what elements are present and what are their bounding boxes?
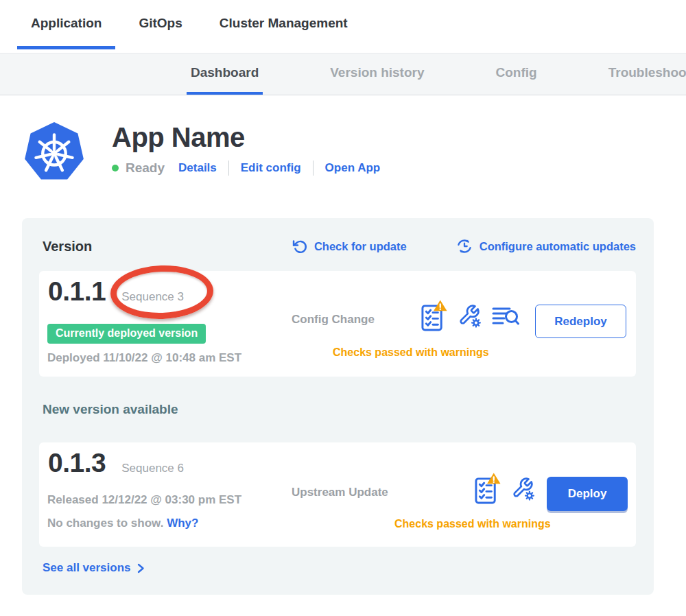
tab-config[interactable]: Config — [492, 54, 541, 95]
app-sub-nav: Dashboard Version history Config Trouble… — [0, 53, 686, 95]
tab-dashboard[interactable]: Dashboard — [187, 54, 263, 95]
redeploy-button[interactable]: Redeploy — [535, 305, 626, 338]
divider — [228, 161, 229, 176]
available-version-line: 0.1.3 Sequence 6 — [48, 448, 184, 478]
released-timestamp: Released 12/12/22 @ 03:30 pm EST — [47, 493, 241, 507]
tab-troubleshoot[interactable]: Troubleshoot — [604, 54, 686, 95]
app-header: App Name Ready Details Edit config Open … — [24, 121, 686, 184]
no-changes-text: No changes to show. Why? — [47, 517, 198, 530]
currently-deployed-badge: Currently deployed version — [47, 324, 206, 344]
edit-config-wrench-gear-icon[interactable] — [511, 475, 535, 502]
version-card: Version Check for update Configure autom… — [22, 218, 654, 595]
current-version-icons — [421, 300, 519, 332]
current-version-line: 0.1.1 Sequence 3 — [48, 276, 184, 307]
ready-status-dot-icon — [112, 165, 119, 171]
see-all-versions-label: See all versions — [43, 561, 131, 575]
tab-version-history[interactable]: Version history — [326, 54, 428, 95]
no-changes-label: No changes to show. — [47, 517, 163, 530]
app-status-row: Ready Details Edit config Open App — [112, 161, 380, 176]
see-all-versions-link[interactable]: See all versions — [43, 561, 145, 575]
deploy-button[interactable]: Deploy — [547, 477, 628, 511]
status-badge: Ready — [126, 161, 165, 176]
configure-automatic-updates-label: Configure automatic updates — [480, 240, 636, 253]
view-diff-lines-magnifier-icon[interactable] — [492, 305, 519, 328]
kubernetes-logo-icon — [24, 121, 84, 184]
available-checks-status: Checks passed with warnings — [394, 518, 551, 530]
edit-config-link[interactable]: Edit config — [241, 161, 301, 175]
tab-application[interactable]: Application — [17, 0, 115, 49]
refresh-icon[interactable] — [292, 239, 307, 254]
open-app-link[interactable]: Open App — [325, 161, 381, 175]
check-for-update-link[interactable]: Check for update — [292, 238, 407, 254]
version-section-title: Version — [43, 239, 92, 254]
edit-config-wrench-gear-icon[interactable] — [458, 303, 482, 329]
divider — [313, 161, 314, 176]
page-title: App Name — [112, 123, 380, 152]
current-sequence-label: Sequence 3 — [121, 290, 184, 304]
tab-gitops[interactable]: GitOps — [125, 0, 196, 49]
configure-automatic-updates-link[interactable]: Configure automatic updates — [456, 238, 636, 254]
available-source-label: Upstream Update — [292, 486, 388, 499]
current-version-number: 0.1.1 — [48, 276, 106, 307]
available-version-row: 0.1.3 Sequence 6 Released 12/12/22 @ 03:… — [39, 442, 636, 547]
new-version-available-heading: New version available — [43, 402, 178, 417]
current-version-row: 0.1.1 Sequence 3 Currently deployed vers… — [39, 271, 636, 377]
auto-update-clock-icon[interactable] — [456, 238, 473, 254]
chevron-right-icon — [137, 563, 145, 573]
current-source-label: Config Change — [292, 313, 375, 327]
version-actions: Check for update Configure automatic upd… — [292, 238, 636, 254]
preflight-checks-warning-icon[interactable] — [474, 473, 501, 505]
preflight-checks-warning-icon[interactable] — [421, 300, 447, 332]
details-link[interactable]: Details — [178, 161, 217, 175]
check-for-update-label: Check for update — [314, 240, 407, 253]
current-checks-status: Checks passed with warnings — [333, 346, 489, 359]
available-sequence-label: Sequence 6 — [121, 462, 184, 475]
deployed-timestamp: Deployed 11/10/22 @ 10:48 am EST — [47, 351, 241, 365]
available-version-icons — [474, 473, 535, 505]
primary-nav: Application GitOps Cluster Management — [0, 0, 686, 49]
tab-cluster-management[interactable]: Cluster Management — [206, 0, 362, 49]
why-link[interactable]: Why? — [167, 517, 198, 530]
available-version-number: 0.1.3 — [48, 448, 106, 478]
